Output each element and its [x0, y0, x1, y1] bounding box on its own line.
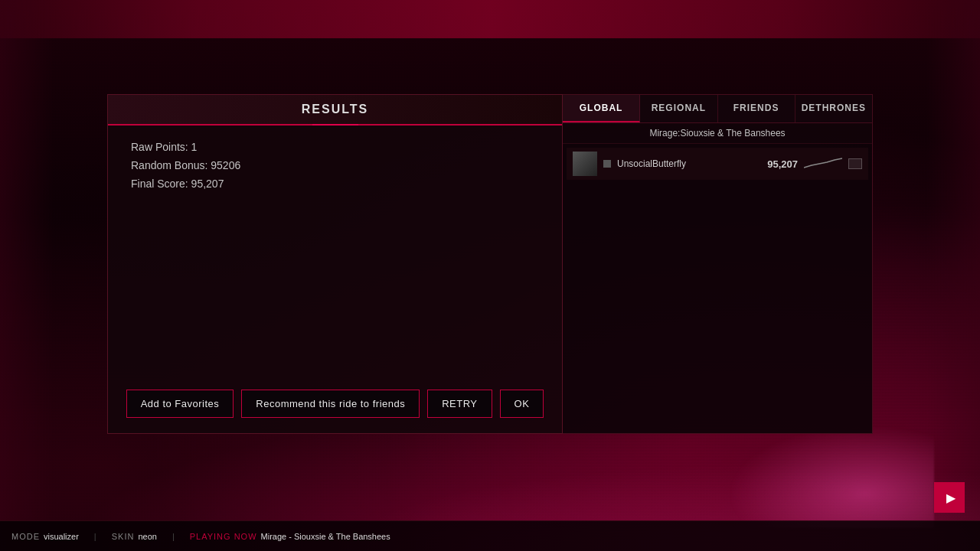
- leaderboard-entry: UnsocialButterfly 95,207: [567, 148, 868, 180]
- score-value: 95,207: [752, 158, 798, 170]
- random-bonus-line: Random Bonus: 95206: [131, 159, 539, 171]
- results-body: Raw Points: 1 Random Bonus: 95206 Final …: [108, 126, 562, 378]
- ok-button[interactable]: OK: [500, 390, 544, 418]
- raw-points-line: Raw Points: 1: [131, 141, 539, 153]
- final-score-line: Final Score: 95,207: [131, 178, 539, 190]
- mode-label: MODE: [11, 532, 40, 541]
- mode-value: visualizer: [44, 532, 79, 541]
- song-title-bar: Mirage:Siouxsie & The Banshees: [563, 123, 872, 144]
- skin-value: neon: [138, 532, 156, 541]
- tab-friends[interactable]: FRIENDS: [718, 95, 795, 122]
- separator-1: |: [94, 532, 96, 541]
- panels-container: RESULTS Raw Points: 1 Random Bonus: 9520…: [107, 94, 873, 434]
- results-footer: Add to Favorites Recommend this ride to …: [108, 378, 562, 433]
- skin-label: SKIN: [112, 532, 135, 541]
- play-button[interactable]: ▶: [934, 482, 965, 513]
- tab-global[interactable]: GLOBAL: [563, 95, 640, 122]
- mode-item: MODE visualizer: [11, 532, 79, 541]
- country-flag: [848, 158, 862, 169]
- playing-item: PLAYING NOW Mirage - Siouxsie & The Bans…: [190, 532, 390, 541]
- avatar-image: [573, 152, 597, 176]
- status-bar: MODE visualizer | SKIN neon | PLAYING NO…: [0, 520, 980, 551]
- rank-indicator: [603, 160, 611, 168]
- score-graph: [804, 156, 842, 171]
- username: UnsocialButterfly: [617, 158, 746, 169]
- results-title: RESULTS: [302, 103, 368, 116]
- main-content: RESULTS Raw Points: 1 Random Bonus: 9520…: [0, 0, 980, 551]
- add-favorites-button[interactable]: Add to Favorites: [126, 390, 234, 418]
- leaderboard-list: UnsocialButterfly 95,207: [563, 144, 872, 433]
- recommend-button[interactable]: Recommend this ride to friends: [241, 390, 420, 418]
- skin-item: SKIN neon: [112, 532, 157, 541]
- retry-button[interactable]: RETRY: [427, 390, 492, 418]
- results-header: RESULTS: [108, 95, 562, 126]
- play-icon: ▶: [946, 491, 956, 505]
- playing-label: PLAYING NOW: [190, 532, 257, 541]
- results-panel: RESULTS Raw Points: 1 Random Bonus: 9520…: [107, 94, 563, 434]
- playing-value: Mirage - Siouxsie & The Banshees: [261, 532, 390, 541]
- leaderboard-panel: GLOBAL REGIONAL FRIENDS DETHRONES Mirage…: [563, 94, 873, 434]
- separator-2: |: [172, 532, 175, 541]
- avatar: [573, 152, 597, 176]
- leaderboard-tabs: GLOBAL REGIONAL FRIENDS DETHRONES: [563, 95, 872, 123]
- tab-regional[interactable]: REGIONAL: [640, 95, 717, 122]
- tab-dethrones[interactable]: DETHRONES: [795, 95, 872, 122]
